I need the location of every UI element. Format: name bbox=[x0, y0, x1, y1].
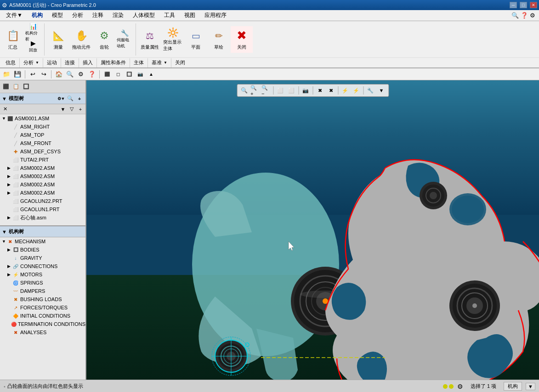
lt-icon3[interactable]: 🔲 bbox=[22, 83, 30, 91]
search-icon[interactable]: 🔍 bbox=[511, 12, 519, 19]
tree-item-asm-def-csys[interactable]: ✚ ASM_DEF_CSYS bbox=[0, 147, 85, 156]
tree-item-asm-right[interactable]: ╱ ASM_RIGHT bbox=[0, 123, 85, 131]
qb-save[interactable]: 💾 bbox=[13, 70, 22, 79]
tl-analysis[interactable]: 分析 ▼ bbox=[20, 58, 43, 67]
help-icon[interactable]: ❓ bbox=[521, 12, 528, 19]
qb-open[interactable]: 📁 bbox=[2, 70, 11, 79]
tl-body[interactable]: 主体 bbox=[130, 58, 148, 67]
tree-item-gcaolun22[interactable]: ⬜ GCAOLUN22.PRT bbox=[0, 197, 85, 205]
plane-button[interactable]: ▭ 平面 bbox=[185, 26, 207, 53]
mech-item-forces[interactable]: ↗ FORCES/TORQUES bbox=[0, 303, 85, 312]
vp-spark1[interactable]: ⚡ bbox=[340, 85, 350, 95]
sketch-button[interactable]: ✏ 草绘 bbox=[208, 26, 230, 53]
tl-info[interactable]: 信息 bbox=[2, 58, 20, 67]
tl-close[interactable]: 关闭 bbox=[171, 58, 189, 67]
summary-button[interactable]: 📋 汇总 bbox=[2, 26, 24, 53]
tl-insert[interactable]: 插入 bbox=[79, 58, 97, 67]
qb-home[interactable]: 🏠 bbox=[54, 70, 63, 79]
qb-search[interactable]: 🔍 bbox=[65, 70, 74, 79]
tree-item-asm0002-4[interactable]: ▶ ⬜ ASM0002.ASM bbox=[0, 189, 85, 197]
titlebar-right[interactable]: ─ □ ✕ bbox=[510, 2, 537, 8]
tree-collapse-btn[interactable]: ▼ bbox=[59, 105, 67, 113]
vp-zoom-out[interactable]: 🔍− bbox=[261, 85, 271, 95]
close-button[interactable]: ✕ bbox=[530, 2, 537, 8]
qb-undo[interactable]: ↩ bbox=[28, 70, 37, 79]
menu-model[interactable]: 模型 bbox=[48, 10, 67, 21]
qb-tool5[interactable]: ▲ bbox=[147, 70, 156, 79]
highlight-body-button[interactable]: 🔆 突出显示主体 bbox=[162, 26, 184, 53]
tl-datum[interactable]: 基准 ▼ bbox=[148, 58, 171, 67]
vp-zoom-fit[interactable]: 🔍 bbox=[239, 85, 249, 95]
playback-button[interactable]: ▶ 回放 bbox=[25, 40, 41, 53]
drag-component-button[interactable]: ✋ 拖动元件 bbox=[70, 26, 92, 53]
tree-item-asm-top[interactable]: ╱ ASM_TOP bbox=[0, 131, 85, 139]
mode-dropdown-btn[interactable]: ▼ bbox=[526, 383, 535, 390]
qb-tool3[interactable]: 🔲 bbox=[125, 70, 134, 79]
menu-applications[interactable]: 应用程序 bbox=[200, 10, 231, 21]
tree-item-gcaolun1[interactable]: ⬜ GCAOLUN1.PRT bbox=[0, 205, 85, 213]
vp-shading1[interactable]: ⬜ bbox=[275, 85, 285, 95]
servo-motor-button[interactable]: 🔧 伺服电动机 bbox=[116, 33, 133, 46]
qb-tool1[interactable]: ⬛ bbox=[102, 70, 112, 79]
mech-item-springs[interactable]: 🌀 SPRINGS bbox=[0, 279, 85, 287]
model-tree-header[interactable]: ▼ 模型树 ⚙▼ 🔍 + bbox=[0, 93, 85, 104]
vp-cross1[interactable]: ✖ bbox=[315, 85, 325, 95]
tree-item-asm0002-1[interactable]: ▶ ⬜ ASM0002.ASM bbox=[0, 164, 85, 172]
menu-file[interactable]: 文件▼ bbox=[2, 10, 27, 21]
qb-settings[interactable]: ⚙ bbox=[76, 70, 85, 79]
tree-item-tutai2[interactable]: ⬜ TUTAI2.PRT bbox=[0, 156, 85, 164]
menu-view[interactable]: 视图 bbox=[180, 10, 199, 21]
vp-spark2[interactable]: ⚡ bbox=[351, 85, 361, 95]
vp-cross2[interactable]: ✖ bbox=[326, 85, 336, 95]
mass-props-button[interactable]: ⚖ 质量属性 bbox=[139, 26, 161, 53]
tree-settings-btn[interactable]: ⚙▼ bbox=[57, 95, 65, 103]
vp-camera[interactable]: 📷 bbox=[301, 85, 311, 95]
maximize-button[interactable]: □ bbox=[520, 2, 527, 8]
vp-shading2[interactable]: ⬜ bbox=[286, 85, 296, 95]
qb-help[interactable]: ❓ bbox=[87, 70, 96, 79]
viewport[interactable]: 🔍 🔍+ 🔍− ⬜ ⬜ 📷 ✖ ✖ ⚡ ⚡ 🔧 ▼ bbox=[86, 80, 539, 380]
mech-tree-header[interactable]: ▼ 机构树 bbox=[0, 226, 85, 237]
lt-icon2[interactable]: 📋 bbox=[12, 83, 20, 91]
mech-item-connections[interactable]: ▶ 🔗 CONNECTIONS bbox=[0, 262, 85, 270]
vp-zoom-in[interactable]: 🔍+ bbox=[250, 85, 260, 95]
tree-item-asm-front[interactable]: ╱ ASM_FRONT bbox=[0, 139, 85, 147]
mech-item-mechanism[interactable]: ▼ ✖ MECHANISM bbox=[0, 237, 85, 246]
lt-icon1[interactable]: ⬛ bbox=[2, 83, 10, 91]
settings-icon[interactable]: ⚙ bbox=[530, 12, 535, 19]
menu-analysis[interactable]: 分析 bbox=[68, 10, 87, 21]
mech-item-gravity[interactable]: ↓ GRAVITY bbox=[0, 254, 85, 262]
tl-connect[interactable]: 连接 bbox=[61, 58, 79, 67]
tree-plus-btn[interactable]: + bbox=[76, 105, 85, 113]
mechanism-analysis-button[interactable]: 📊 机构分析 bbox=[25, 26, 41, 39]
tl-motion[interactable]: 运动 bbox=[43, 58, 61, 67]
tree-filter-btn[interactable]: 🔍 bbox=[66, 95, 74, 103]
mechanism-icon-btn[interactable]: ⚙ bbox=[457, 383, 463, 390]
mech-item-initial-conds[interactable]: 🔶 INITIAL CONDITIONS bbox=[0, 312, 85, 320]
tree-item-asm0002-3[interactable]: ▶ ⬜ ASM0002.ASM bbox=[0, 180, 85, 189]
qb-redo[interactable]: ↪ bbox=[39, 70, 48, 79]
measure-button[interactable]: 📐 测量 bbox=[47, 26, 69, 53]
vp-tool1[interactable]: 🔧 bbox=[365, 85, 375, 95]
tree-item-shaft[interactable]: ▶ ⬜ 石心轴.asm bbox=[0, 213, 85, 222]
qb-tool4[interactable]: 📷 bbox=[136, 70, 145, 79]
menu-annotation[interactable]: 注释 bbox=[88, 10, 108, 21]
tl-attrs[interactable]: 属性和条件 bbox=[97, 58, 130, 67]
close-mechanism-button[interactable]: ✖ 关闭 bbox=[231, 26, 253, 53]
tree-close-btn[interactable]: ✕ bbox=[1, 105, 9, 113]
menu-render[interactable]: 渲染 bbox=[108, 10, 128, 21]
gear-button[interactable]: ⚙ 齿轮 bbox=[93, 26, 115, 53]
tree-add-btn[interactable]: + bbox=[75, 95, 84, 103]
mech-item-term-conds[interactable]: 🔴 TERMINATION CONDITIONS bbox=[0, 320, 85, 328]
mech-item-bodies[interactable]: ▶ 🔲 BODIES bbox=[0, 246, 85, 254]
vp-tool2[interactable]: ▼ bbox=[376, 85, 386, 95]
tree-item-asm0002-2[interactable]: ▶ ⬜ ASM0002.ASM bbox=[0, 172, 85, 180]
menu-human-model[interactable]: 人体模型 bbox=[129, 10, 159, 21]
tree-funnel-btn[interactable]: ▽ bbox=[68, 105, 76, 113]
menu-tools[interactable]: 工具 bbox=[160, 10, 179, 21]
mech-item-dampers[interactable]: 〰 DAMPERS bbox=[0, 287, 85, 295]
mech-item-bushing[interactable]: ✖ BUSHING LOADS bbox=[0, 295, 85, 303]
minimize-button[interactable]: ─ bbox=[510, 2, 517, 8]
tree-item-asm0001[interactable]: ▼ ⬛ ASM0001.ASM bbox=[0, 114, 85, 123]
menu-mechanism[interactable]: 机构 bbox=[28, 10, 47, 21]
